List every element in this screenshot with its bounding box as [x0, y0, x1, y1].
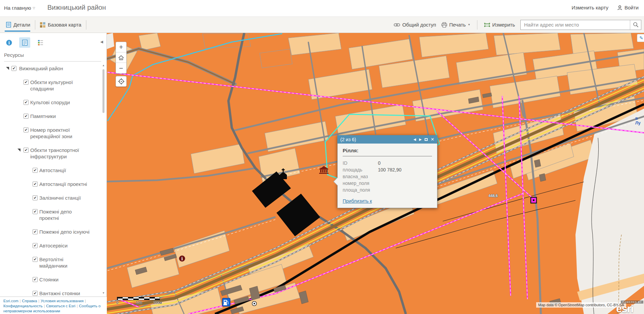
locate-button[interactable]: [116, 76, 127, 87]
fuel-station-icon[interactable]: [222, 298, 230, 306]
home-menu[interactable]: На главную ▽: [4, 5, 35, 11]
search-button[interactable]: [630, 20, 641, 30]
popup-field-row: площадь100 782,90: [343, 166, 432, 173]
toolbar-separator: [86, 20, 86, 30]
layer-checkbox[interactable]: ✔: [33, 168, 38, 173]
popup-close-button[interactable]: ✕: [431, 137, 434, 142]
layer-checkbox[interactable]: ✔: [33, 195, 38, 200]
footer-link[interactable]: Связаться с Esri: [46, 304, 75, 308]
edit-map-button[interactable]: Изменить карту: [571, 5, 608, 10]
printer-icon: [441, 22, 447, 28]
tab-legend[interactable]: [35, 37, 46, 48]
details-icon: [6, 22, 11, 28]
well-point-icon[interactable]: [252, 302, 257, 306]
layer-label[interactable]: Культові споруди: [0, 99, 100, 106]
sidebar-scrollbar[interactable]: ▲ ▼: [101, 64, 105, 295]
layer-label[interactable]: Вертолітні майданчики: [0, 256, 100, 269]
scale-label-200: 200м: [153, 301, 162, 305]
sign-in-button[interactable]: Войти: [617, 5, 639, 10]
zoom-to-link[interactable]: Приблизить к: [343, 198, 372, 204]
elevation-label: 448,6: [488, 194, 498, 198]
layer-item: ✔Вертолітні майданчики: [0, 256, 100, 269]
layer-item: ✔Пожежні депо проектні: [0, 208, 100, 221]
print-button[interactable]: Печать ▼: [441, 22, 470, 28]
layer-label[interactable]: Пожежні депо проектні: [0, 208, 100, 221]
footer-link[interactable]: Справка: [22, 299, 37, 303]
share-button[interactable]: Общий доступ: [394, 22, 436, 28]
zoom-in-button[interactable]: +: [116, 42, 126, 52]
info-point-icon[interactable]: i: [179, 256, 185, 262]
expand-arrow-icon[interactable]: [6, 67, 9, 70]
layer-checkbox[interactable]: ✔: [24, 127, 29, 132]
layer-label[interactable]: Номер проектної рекреаційної зони: [0, 127, 100, 140]
layer-checkbox[interactable]: ✔: [11, 66, 16, 71]
scrollbar-thumb[interactable]: [102, 69, 104, 113]
footer-separator: |: [85, 299, 86, 303]
road-direction-label: в Лу: [635, 116, 641, 125]
tab-about[interactable]: i: [3, 37, 14, 48]
chevron-down-icon: ▼: [468, 23, 470, 26]
layer-label[interactable]: Обєкти культурної спадщини: [0, 79, 100, 92]
zoom-out-button[interactable]: −: [116, 63, 126, 73]
layer-checkbox[interactable]: ✔: [33, 229, 38, 234]
popup-maximize-button[interactable]: [425, 138, 428, 141]
measure-button[interactable]: Измерить: [484, 22, 515, 28]
magenta-marker-icon[interactable]: [531, 197, 536, 203]
home-extent-button[interactable]: [116, 52, 126, 63]
popup-header[interactable]: (2 из 6) ◀ ▶ ✕: [337, 135, 437, 144]
layer-checkbox[interactable]: ✔: [33, 209, 38, 214]
footer-separator: |: [20, 299, 21, 303]
layer-label[interactable]: Автостанції: [0, 167, 100, 173]
scroll-down-arrow[interactable]: ▼: [101, 291, 105, 295]
layer-item: ✔Вижницький район: [0, 65, 100, 72]
layer-checkbox[interactable]: ✔: [33, 257, 38, 262]
expand-arrow-icon[interactable]: [17, 149, 20, 152]
svg-text:i: i: [181, 256, 183, 261]
tab-basemap[interactable]: Базовая карта: [37, 17, 85, 33]
layer-label[interactable]: Пожежні депо існуючі: [0, 229, 100, 235]
layer-item: ✔Номер проектної рекреаційної зони: [0, 127, 100, 140]
layer-item: ✔Обєкти транспортної інфраструктури: [0, 147, 100, 160]
scroll-up-arrow[interactable]: ▲: [101, 64, 105, 67]
layer-checkbox[interactable]: ✔: [33, 277, 38, 282]
footer-link[interactable]: Конфиденциальность: [3, 304, 43, 308]
layer-label[interactable]: Вантажні стоянки: [0, 290, 100, 297]
layer-checkbox[interactable]: ✔: [33, 182, 38, 187]
layer-item: ✔Автосервіси: [0, 242, 100, 249]
layer-label[interactable]: Автостанції проектні: [0, 181, 100, 187]
chevron-down-icon: ▽: [33, 6, 35, 10]
edit-feature-button[interactable]: ✎: [637, 34, 644, 42]
layer-checkbox[interactable]: ✔: [24, 100, 29, 105]
layer-checkbox[interactable]: ✔: [24, 80, 29, 85]
home-menu-label: На главную: [4, 5, 31, 11]
sign-in-label: Войти: [625, 5, 639, 10]
layer-checkbox[interactable]: ✔: [24, 114, 29, 119]
tab-content[interactable]: [19, 37, 30, 48]
esri-footer-links: Esri.com|Справка|Условия использования|К…: [0, 297, 107, 314]
popup-prev-button[interactable]: ◀: [414, 138, 416, 141]
tab-details[interactable]: Детали: [3, 17, 34, 33]
search-box: [520, 20, 641, 30]
layer-label[interactable]: Обєкти транспортної інфраструктури: [0, 147, 100, 160]
popup-body: Рілля: ID0площадь100 782,90власна_назном…: [337, 144, 437, 208]
map-canvas[interactable]: i + − ✎ (2 из 6) ◀ ▶ ✕: [107, 33, 644, 314]
layer-label[interactable]: Залізничні станції: [0, 195, 100, 201]
layer-checkbox[interactable]: ✔: [33, 291, 38, 296]
layer-checkbox[interactable]: ✔: [24, 148, 29, 153]
layer-item: ✔Залізничні станції: [0, 195, 100, 201]
footer-link[interactable]: Условия использования: [41, 299, 84, 303]
content-icon: [22, 40, 28, 46]
field-label: власна_наз: [343, 173, 378, 180]
popup-next-button[interactable]: ▶: [419, 138, 422, 141]
layer-item: ✔Памятники: [0, 113, 100, 119]
footer-link[interactable]: Esri.com: [3, 299, 18, 303]
divider: [4, 61, 101, 62]
layer-label[interactable]: Памятники: [0, 113, 100, 119]
layer-label[interactable]: Стоянки: [0, 276, 100, 283]
layer-checkbox[interactable]: ✔: [33, 243, 38, 248]
esri-logo: POWERED BY esri: [616, 298, 643, 314]
collapse-panel-arrow[interactable]: ◀: [100, 40, 103, 44]
person-icon: [617, 5, 622, 10]
layer-label[interactable]: Автосервіси: [0, 242, 100, 249]
search-input[interactable]: [521, 20, 630, 30]
